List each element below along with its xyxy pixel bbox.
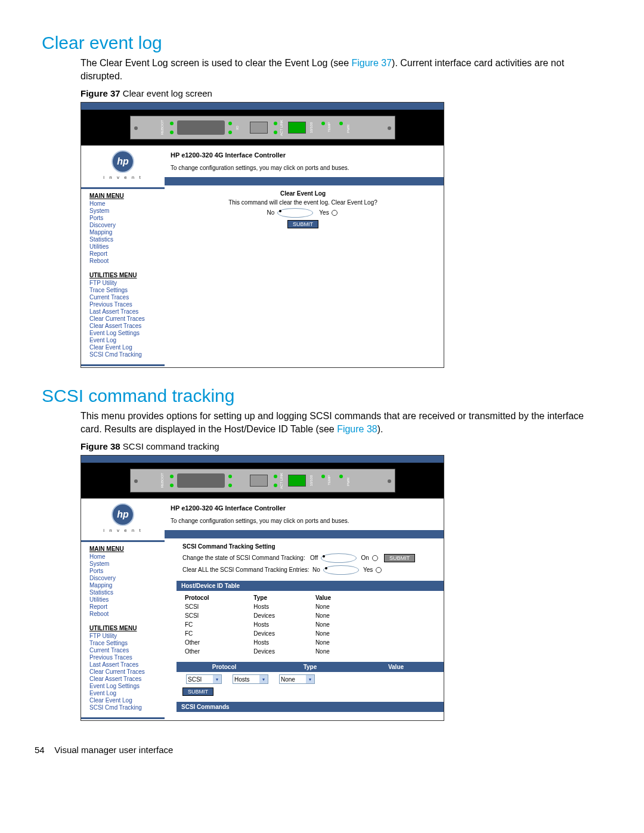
- menu-ports[interactable]: Ports: [89, 215, 159, 221]
- body-post: ).: [377, 424, 383, 434]
- hw-label: PWR: [346, 478, 350, 486]
- menu-previous-traces[interactable]: Previous Traces: [89, 301, 159, 308]
- cell: SCSI: [182, 611, 251, 620]
- menu-event-log[interactable]: Event Log: [89, 337, 159, 343]
- table-header-bar: Host/Device ID Table: [177, 581, 444, 591]
- figure-link-38[interactable]: Figure 38: [337, 424, 377, 434]
- select-type[interactable]: Hosts▾: [233, 674, 268, 684]
- product-title: HP e1200-320 4G Interface Controller: [171, 151, 435, 159]
- menu-mapping[interactable]: Mapping: [89, 582, 159, 589]
- ethernet-port[interactable]: [288, 122, 306, 134]
- serial-port[interactable]: [250, 475, 268, 487]
- menu-scsi-cmd-tracking[interactable]: SCSI Cmd Tracking: [89, 351, 159, 358]
- menu-clear-assert-traces[interactable]: Clear Assert Traces: [89, 323, 159, 329]
- menu-system[interactable]: System: [89, 208, 159, 214]
- separator: [81, 364, 165, 366]
- menu-clear-event-log[interactable]: Clear Event Log: [89, 697, 159, 704]
- table-row: SCSIDevicesNone: [182, 611, 361, 620]
- radio-no-label: No: [267, 209, 275, 216]
- menu-previous-traces[interactable]: Previous Traces: [89, 654, 159, 661]
- menu-ftp-utility[interactable]: FTP Utility: [89, 633, 159, 639]
- menu-current-traces[interactable]: Current Traces: [89, 647, 159, 654]
- hw-device[interactable]: REBOOT I/O ACT LINK 10/100 TEMP PWR: [130, 116, 395, 140]
- menu-clear-current-traces[interactable]: Clear Current Traces: [89, 315, 159, 322]
- menu-system[interactable]: System: [89, 561, 159, 567]
- menu-event-log-settings[interactable]: Event Log Settings: [89, 683, 159, 689]
- utilities-menu-header: UTILITIES MENU: [89, 272, 159, 278]
- menu-current-traces[interactable]: Current Traces: [89, 294, 159, 301]
- hw-label: 10/100: [309, 475, 313, 486]
- menu-last-assert-traces[interactable]: Last Assert Traces: [89, 308, 159, 315]
- col-protocol: Protocol: [181, 664, 267, 670]
- menu-discovery[interactable]: Discovery: [89, 222, 159, 228]
- hw-label: ACT LINK: [280, 120, 283, 136]
- utilities-menu-header: UTILITIES MENU: [89, 625, 159, 631]
- menu-trace-settings[interactable]: Trace Settings: [89, 640, 159, 646]
- menu-ftp-utility[interactable]: FTP Utility: [89, 280, 159, 286]
- menu-clear-event-log[interactable]: Clear Event Log: [89, 344, 159, 351]
- menu-discovery[interactable]: Discovery: [89, 575, 159, 581]
- host-device-table: Protocol Type Value SCSIHostsNone SCSIDe…: [182, 593, 361, 656]
- product-title: HP e1200-320 4G Interface Controller: [171, 504, 435, 512]
- menu-statistics[interactable]: Statistics: [89, 236, 159, 243]
- hw-label: TEMP: [327, 475, 331, 485]
- serial-port[interactable]: [250, 122, 268, 134]
- main-menu-header: MAIN MENU: [89, 193, 159, 199]
- menu-scsi-cmd-tracking[interactable]: SCSI Cmd Tracking: [89, 704, 159, 711]
- submit-button[interactable]: SUBMIT: [182, 688, 213, 696]
- main-content: HP e1200-320 4G Interface Controller To …: [165, 498, 444, 720]
- select-protocol[interactable]: SCSI▾: [186, 674, 222, 684]
- menu-clear-assert-traces[interactable]: Clear Assert Traces: [89, 676, 159, 682]
- hw-label: PWR: [346, 125, 350, 133]
- cell: None: [313, 602, 361, 611]
- scsi-port[interactable]: [177, 120, 225, 135]
- ethernet-port[interactable]: [288, 475, 306, 487]
- menu-home[interactable]: Home: [89, 200, 159, 207]
- chevron-down-icon: ▾: [259, 675, 268, 683]
- tracking-section-title: SCSI Command Tracking Setting: [182, 543, 435, 550]
- separator: [81, 717, 165, 719]
- submit-button[interactable]: SUBMIT: [384, 554, 415, 562]
- section-title-clear-event-log: Clear event log: [42, 33, 620, 53]
- cell: None: [313, 620, 361, 629]
- menu-event-log-settings[interactable]: Event Log Settings: [89, 330, 159, 336]
- hw-banner: REBOOT I/O ACT LINK 10/100 TEMP PWR: [81, 110, 444, 145]
- radio-yes[interactable]: [332, 210, 338, 216]
- select-value[interactable]: None▾: [279, 674, 315, 684]
- menu-statistics[interactable]: Statistics: [89, 589, 159, 596]
- main-content: HP e1200-320 4G Interface Controller To …: [165, 145, 444, 367]
- menu-last-assert-traces[interactable]: Last Assert Traces: [89, 661, 159, 668]
- menu-utilities[interactable]: Utilities: [89, 596, 159, 603]
- menu-home[interactable]: Home: [89, 553, 159, 560]
- radio-no[interactable]: [323, 565, 359, 575]
- menu-reboot[interactable]: Reboot: [89, 258, 159, 264]
- select-value: Hosts: [234, 676, 250, 683]
- figure-link-37[interactable]: Figure 37: [351, 58, 392, 68]
- menu-clear-current-traces[interactable]: Clear Current Traces: [89, 668, 159, 675]
- submit-button[interactable]: SUBMIT: [287, 220, 318, 228]
- menu-report[interactable]: Report: [89, 250, 159, 257]
- menu-ports[interactable]: Ports: [89, 568, 159, 574]
- radio-no[interactable]: [277, 208, 313, 218]
- menu-report[interactable]: Report: [89, 603, 159, 610]
- menu-utilities[interactable]: Utilities: [89, 243, 159, 250]
- select-header-bar: Protocol Type Value: [177, 662, 444, 672]
- led-icon: [228, 484, 232, 487]
- menu-trace-settings[interactable]: Trace Settings: [89, 287, 159, 293]
- screw-icon: [134, 479, 138, 483]
- cell: None: [313, 647, 361, 656]
- menu-event-log[interactable]: Event Log: [89, 690, 159, 696]
- radio-yes[interactable]: [376, 567, 382, 573]
- scsi-port[interactable]: [177, 473, 225, 488]
- menu-mapping[interactable]: Mapping: [89, 229, 159, 236]
- radio-on[interactable]: [372, 555, 378, 561]
- chevron-down-icon: ▾: [213, 675, 221, 683]
- table-header-row: Protocol Type Value: [182, 593, 361, 602]
- hw-device[interactable]: REBOOT ACT LINK 10/100 TEMP PWR: [130, 469, 395, 493]
- page-footer: 54 Visual manager user interface: [35, 745, 620, 755]
- ss-topbar: [81, 103, 444, 110]
- hw-banner: REBOOT ACT LINK 10/100 TEMP PWR: [81, 463, 444, 498]
- menu-reboot[interactable]: Reboot: [89, 611, 159, 617]
- table-row: FCHostsNone: [182, 620, 361, 629]
- radio-off[interactable]: [321, 553, 357, 563]
